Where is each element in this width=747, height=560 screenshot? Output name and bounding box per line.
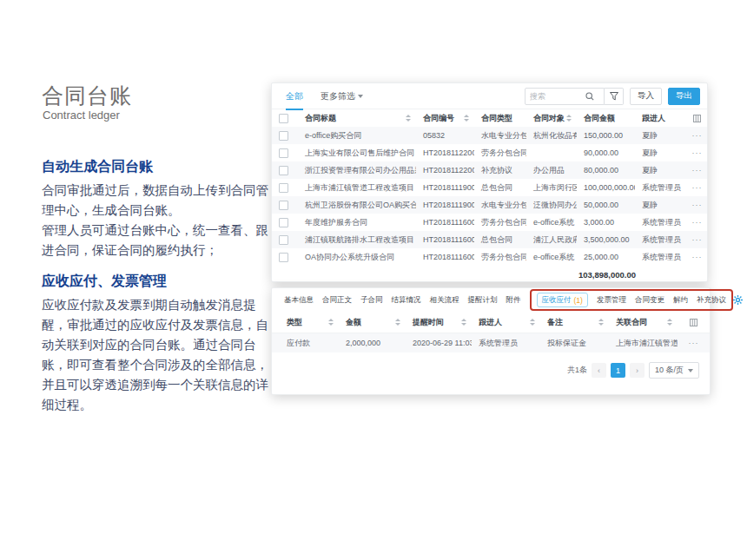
ledger-table-header: 合同标题合同编号合同类型合同对象合同金额跟进人 [272,109,707,127]
row-actions-cell: ··· [687,201,707,209]
row-actions-button[interactable]: ··· [689,339,699,347]
tab-结算情况[interactable]: 结算情况 [392,295,421,306]
next-page-button[interactable]: › [630,363,645,378]
tab-相关流程[interactable]: 相关流程 [430,295,459,306]
tab-合同变更[interactable]: 合同变更 [635,295,664,306]
search-input[interactable] [530,92,585,101]
table-row[interactable]: 上海市浦江镇管道工程改造项目HT201811190002总包合同上海市闵行区浦江… [272,179,707,196]
row-checkbox[interactable] [279,148,288,158]
import-button[interactable]: 导入 [630,88,662,105]
tab-解约[interactable]: 解约 [673,295,688,306]
row-actions-button[interactable]: ··· [692,253,703,261]
sort-icon[interactable] [406,115,411,122]
table-row[interactable]: e-office购买合同05832水电专业分包杭州化妆品有限公司150,000.… [272,127,707,144]
tab-receivables-payables-active[interactable]: 应收应付(1) [537,293,588,307]
ledger-cell-amount: 100,000,000.00 [577,183,635,192]
ledger-cell-title: 年度维护服务合同 [298,217,416,228]
filter-funnel-button[interactable] [605,88,624,105]
ledger-cell-no: HT201811220001 [416,166,474,175]
ledger-column-header: 跟进人 [635,113,687,124]
detail-column-label: 类型 [287,317,302,328]
search-icon[interactable] [585,92,594,101]
prev-page-button[interactable]: ‹ [592,363,606,378]
sort-icon[interactable] [667,319,672,326]
table-row[interactable]: 浦江镇联航路排水工程改造项目HT201811160002总包合同浦江人民政府3,… [272,231,707,248]
tab-补充协议[interactable]: 补充协议 [697,295,726,306]
row-checkbox[interactable] [279,218,288,227]
ledger-cell-amount: 3,000.00 [577,218,635,227]
more-filters-dropdown[interactable]: 更多筛选 [321,90,363,102]
ledger-cell-target: e-office系统 [526,252,577,263]
row-actions-button[interactable]: ··· [692,201,703,209]
annotation-red-box: 应收应付(1)发票管理合同变更解约补充协议 [530,289,733,311]
table-row[interactable]: 杭州卫浴股份有限公司OA购买合同HT201811190001水电专业分包泛微协同… [272,196,707,214]
table-row[interactable]: 浙江投资管理有限公司办公用品采购合同HT201811220001补充协议办公用品… [272,161,707,179]
ledger-cell-target: 上海市闵行区浦江... [526,182,577,194]
sort-up-icon [395,319,400,321]
section-body-auto-ledger: 合同审批通过后，数据自动上传到合同管理中心，生成合同台账。 管理人员可通过台账中… [42,181,271,260]
detail-table-header: 类型金额提醒时间跟进人备注关联合同 [272,312,710,333]
table-row[interactable]: OA协同办公系统升级合同HT201811160001劳务分包合同e-office… [272,248,707,266]
ledger-cell-follower: 系统管理员 [635,217,687,228]
ledger-cell-follower: 夏静 [635,148,687,159]
column-settings-icon[interactable] [690,319,697,326]
sort-icon[interactable] [566,115,572,122]
ledger-column-label: 合同类型 [481,113,512,124]
row-checkbox[interactable] [279,166,288,175]
sort-icon[interactable] [395,319,400,326]
search-box [525,88,605,105]
ledger-cell-follower: 夏静 [635,200,687,211]
row-actions-button[interactable]: ··· [692,131,703,140]
select-all-checkbox[interactable] [279,114,288,123]
ledger-cell-title: OA协同办公系统升级合同 [298,252,416,263]
current-page-button[interactable]: 1 [611,363,625,378]
sort-down-icon [328,323,334,326]
ledger-cell-type: 总包合同 [474,234,526,246]
tab-子合同[interactable]: 子合同 [360,295,383,306]
table-row[interactable]: 应付款2,000,0002020-06-29 11:03系统管理员投标保证金上海… [272,333,710,352]
row-checkbox-cell [272,183,298,193]
tab-附件[interactable]: 附件 [506,295,521,306]
sort-icon[interactable] [530,319,535,326]
tab-基本信息[interactable]: 基本信息 [284,295,314,306]
sort-icon[interactable] [461,319,466,326]
ledger-total-row: 103,898,000.00 [272,266,707,283]
ledger-cell-title: 上海市浦江镇管道工程改造项目 [298,182,416,194]
row-checkbox[interactable] [279,183,288,193]
sort-icon[interactable] [328,319,334,326]
active-tab-label: 应收应付 [542,295,572,306]
ledger-cell-target: 泛微协同办公标准... [526,200,577,211]
detail-column-header: 提醒时间 [406,317,472,328]
row-actions-button[interactable]: ··· [692,148,703,157]
tab-提醒计划[interactable]: 提醒计划 [468,295,498,306]
export-button[interactable]: 导出 [668,88,700,105]
pagination-total: 共1条 [567,365,587,376]
contract-ledger-card: 全部 更多筛选 导入 导出 合同标题合同编号合同类型合同对象合同金额跟进人 e-… [271,82,708,282]
row-checkbox-cell [272,253,298,262]
row-actions-button[interactable]: ··· [692,235,703,244]
tab-发票管理[interactable]: 发票管理 [597,295,626,306]
row-actions-button[interactable]: ··· [692,218,703,227]
table-row[interactable]: 年度维护服务合同HT201811160003劳务分包合同e-office系统3,… [272,214,707,231]
row-actions-button[interactable]: ··· [692,183,703,192]
ledger-cell-no: HT201811160002 [416,235,474,244]
tab-合同正文[interactable]: 合同正文 [322,295,352,306]
row-checkbox[interactable] [279,253,288,262]
page-size-select[interactable]: 10 条/页 [649,362,699,379]
tab-all[interactable]: 全部 [286,90,303,102]
gear-icon[interactable] [733,295,743,305]
sort-icon[interactable] [464,115,469,122]
row-checkbox[interactable] [279,131,288,141]
ledger-cell-follower: 系统管理员 [635,234,687,246]
table-row[interactable]: 上海实业有限公司售后维护合同HT201811220002劳务分包合同90,000… [272,144,707,161]
detail-column-header: 备注 [540,317,609,328]
column-settings-icon[interactable] [693,115,701,122]
row-checkbox[interactable] [279,235,288,245]
detail-cell-type: 应付款 [272,338,339,349]
row-checkbox[interactable] [279,201,288,210]
row-actions-cell: ··· [687,148,707,157]
row-actions-cell: ··· [687,131,707,140]
sort-icon[interactable] [598,319,604,326]
row-checkbox-cell [272,218,298,227]
row-actions-button[interactable]: ··· [692,166,703,175]
